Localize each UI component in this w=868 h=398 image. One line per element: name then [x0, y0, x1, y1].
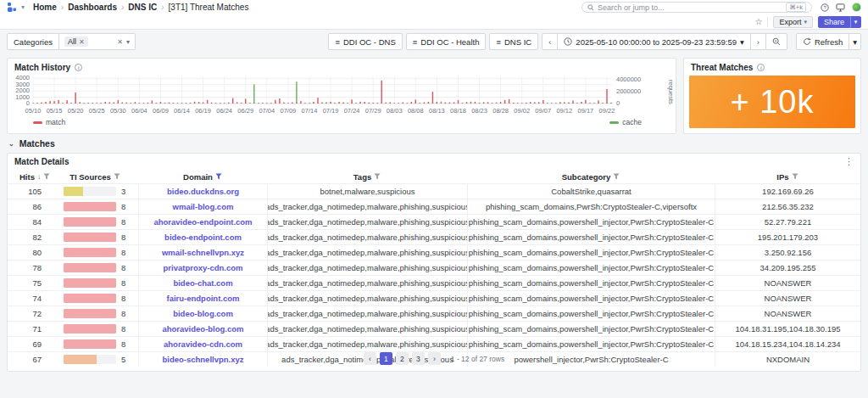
search-shortcut-badge: ⌘+k: [786, 3, 806, 12]
chip-remove-icon[interactable]: ✕: [79, 38, 85, 46]
breadcrumb-dashboards[interactable]: Dashboards: [68, 3, 117, 12]
refresh-interval-dropdown[interactable]: ▾: [849, 33, 861, 50]
domain-link[interactable]: ahoravideo-cdn.com: [164, 339, 242, 349]
domain-link[interactable]: bideo.duckdns.org: [167, 187, 239, 196]
dashboard-link-ddi-oc-dns[interactable]: ≡DDI OC - DNS: [328, 33, 402, 50]
chevron-down-icon[interactable]: ▾: [126, 38, 130, 46]
subcategory-value: CobaltStrike,quasarrat: [551, 187, 632, 196]
chart-plot-area[interactable]: [8, 74, 613, 105]
filter-icon[interactable]: [43, 173, 50, 180]
table-row[interactable]: 788privatproxy-cdn.comads_tracker,dga_no…: [8, 260, 860, 275]
table-row[interactable]: 758bideo-chat.comads_tracker,dga_notimed…: [8, 275, 860, 290]
pagination-prev-button[interactable]: ‹: [364, 352, 376, 365]
domain-link[interactable]: ahoravideo-endpoint.com: [153, 217, 252, 227]
cell-tags: ads_tracker,dga_notimedep,malware,phishi…: [267, 199, 467, 214]
monitor-icon[interactable]: [836, 3, 845, 12]
filter-icon-active[interactable]: [215, 173, 222, 180]
domain-link[interactable]: ahoravideo-blog.com: [162, 324, 243, 334]
time-forward-button[interactable]: ›: [750, 33, 766, 50]
pagination-next-button[interactable]: ›: [428, 352, 441, 365]
domain-link[interactable]: fairu-endpoint.com: [166, 294, 239, 303]
table-row[interactable]: 728bideo-blog.comads_tracker,dga_notimed…: [8, 306, 860, 321]
user-avatar[interactable]: [852, 3, 861, 12]
pagination-page-button[interactable]: 3: [412, 352, 425, 365]
x-axis-tick-label: 09/22: [599, 108, 615, 115]
domain-link[interactable]: bideo-chat.com: [173, 278, 232, 288]
x-axis-tick-label: 08/23: [471, 108, 487, 115]
legend-item-match[interactable]: match: [33, 118, 65, 126]
export-button[interactable]: Export ▾: [773, 16, 813, 28]
legend-swatch: [609, 121, 619, 124]
subcategory-value: phishing_scam_domains,powershell_injecto…: [469, 278, 714, 288]
x-axis-tick-label: 06/24: [216, 108, 232, 115]
domain-link[interactable]: bideo-endpoint.com: [164, 233, 242, 242]
search-input[interactable]: [598, 3, 782, 12]
breadcrumb: Home › Dashboards › DNS IC › [3T1] Threa…: [33, 3, 248, 12]
x-axis-tick-label: 07/14: [302, 108, 318, 115]
domain-link[interactable]: privatproxy-cdn.com: [164, 263, 243, 272]
time-range-button[interactable]: 2025-05-10 00:00:00 to 2025-09-23 23:59:…: [557, 33, 750, 50]
filter-icon[interactable]: [114, 173, 120, 180]
filter-icon[interactable]: [613, 173, 620, 180]
table-row[interactable]: 868wmail-blog.comads_tracker,dga_notimed…: [8, 199, 860, 214]
cell-hits: 86: [8, 199, 52, 214]
x-axis-tick-label: 09/07: [535, 108, 551, 115]
header-label: Subcategory: [562, 172, 611, 182]
table-row[interactable]: 828bideo-endpoint.comads_tracker,dga_not…: [8, 229, 860, 244]
table-row[interactable]: 848ahoravideo-endpoint.comads_tracker,dg…: [8, 214, 860, 229]
column-header-hits[interactable]: Hits ↓: [8, 172, 52, 182]
ips-value: 192.169.69.26: [762, 187, 814, 196]
cell-tags: ads_tracker,dga_notimedep,malware,phishi…: [267, 276, 467, 290]
legend-item-cache[interactable]: cache: [609, 118, 642, 126]
zoom-out-icon: [772, 37, 781, 46]
cell-tags: ads_tracker,dga_notimedep,malware,phishi…: [267, 261, 467, 275]
domain-link[interactable]: wmail-blog.com: [173, 202, 234, 211]
filter-icon[interactable]: [374, 173, 381, 180]
filter-icon[interactable]: [792, 173, 798, 180]
export-label: Export: [779, 18, 801, 26]
clear-all-icon[interactable]: ✕: [117, 38, 123, 46]
time-back-button[interactable]: ‹: [542, 33, 558, 50]
help-icon[interactable]: ?: [821, 3, 829, 12]
cell-domain: ahoravideo-blog.com: [138, 322, 267, 336]
refresh-button[interactable]: Refresh: [796, 33, 849, 50]
breadcrumb-folder[interactable]: DNS IC: [128, 3, 157, 12]
panel-menu-icon[interactable]: ⋮: [844, 157, 854, 165]
pagination-page-button[interactable]: 1: [380, 352, 392, 365]
dashboard-link-dns-ic[interactable]: ≡DNS IC: [489, 33, 538, 50]
column-header-ti-sources[interactable]: TI Sources: [52, 172, 138, 182]
search-box[interactable]: ⌘+k: [581, 2, 812, 13]
table-row[interactable]: 718ahoravideo-blog.comads_tracker,dga_no…: [8, 321, 860, 336]
nav-icons: ?: [821, 3, 861, 12]
cell-tags: ads_tracker,dga_notimedep,malware,phishi…: [267, 337, 467, 351]
cell-tags: ads_tracker,dga_notimedep,malware,phishi…: [267, 215, 467, 229]
dashboard-link-ddi-oc-health[interactable]: ≡DDI OC - Health: [406, 33, 487, 50]
right-axis-title: requests: [667, 79, 675, 104]
y-axis-tick-label: 2000: [8, 87, 30, 94]
info-icon[interactable]: i: [757, 64, 765, 71]
pagination-page-button[interactable]: 2: [396, 352, 409, 365]
info-icon[interactable]: i: [75, 64, 82, 71]
column-header-tags[interactable]: Tags: [267, 172, 467, 182]
table-row[interactable]: 1053bideo.duckdns.orgbotnet,malware,susp…: [8, 183, 860, 199]
share-button[interactable]: Share: [818, 16, 850, 28]
share-dropdown-button[interactable]: ▾: [850, 16, 861, 28]
categories-combobox[interactable]: All ✕ ✕ ▾: [59, 33, 136, 50]
grafana-logo[interactable]: ▾: [7, 2, 25, 13]
breadcrumb-home[interactable]: Home: [33, 3, 57, 12]
domain-link[interactable]: bideo-blog.com: [173, 309, 233, 318]
legend-label: cache: [622, 118, 642, 126]
star-icon[interactable]: ☆: [754, 17, 762, 26]
column-header-subcategory[interactable]: Subcategory: [467, 172, 715, 182]
table-row[interactable]: 698ahoravideo-cdn.comads_tracker,dga_not…: [8, 336, 860, 351]
cell-ips: 3.250.92.156: [715, 245, 860, 260]
domain-link[interactable]: wmail-schnellvpn.xyz: [162, 248, 244, 257]
column-header-domain[interactable]: Domain: [138, 172, 267, 182]
table-row[interactable]: 808wmail-schnellvpn.xyzads_tracker,dga_n…: [8, 244, 860, 260]
column-header-ips[interactable]: IPs: [715, 172, 860, 182]
matches-section-header[interactable]: ⌄ Matches: [8, 138, 55, 149]
zoom-out-button[interactable]: [765, 33, 787, 50]
table-row[interactable]: 748fairu-endpoint.comads_tracker,dga_not…: [8, 290, 860, 306]
subcategory-value: phishing_scam_domains,powershell_injecto…: [469, 248, 714, 257]
match-history-chart[interactable]: 01000200030004000020000004000000requests…: [8, 74, 676, 130]
